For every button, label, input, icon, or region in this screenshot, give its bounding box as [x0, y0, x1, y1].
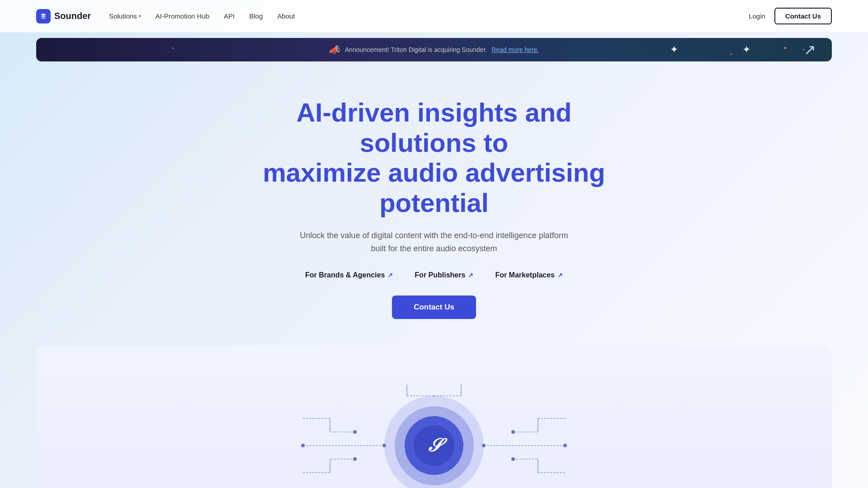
hero-link-brands[interactable]: For Brands & Agencies ↗ [305, 271, 393, 279]
sounder-s-letter: 𝒮 [428, 435, 440, 456]
logo-text: Sounder [54, 11, 91, 21]
banner-emoji: 📣 [329, 44, 340, 55]
navbar-left: Sounder Solutions ▾ AI-Promotion Hub API… [36, 9, 295, 23]
banner-dot-blue-1: ● [172, 46, 174, 50]
nav-item-blog[interactable]: Blog [249, 12, 263, 20]
svg-point-10 [353, 457, 357, 461]
nav-item-ai-promotion[interactable]: AI-Promotion Hub [156, 12, 209, 20]
banner-diamond-2: ✦ [742, 44, 750, 56]
banner-dot-red: ● [730, 52, 732, 56]
nav-item-api[interactable]: API [224, 12, 235, 20]
hero-link-marketplaces[interactable]: For Marketplaces ↗ [495, 271, 563, 279]
logo-mid-circle: 𝒮 [395, 406, 474, 485]
nav-links: Solutions ▾ AI-Promotion Hub API Blog Ab… [109, 12, 295, 20]
hero-section: AI-driven insights and solutions to maxi… [231, 61, 637, 337]
diagram-container: 𝒮 [276, 373, 592, 488]
hero-subtitle: Unlock the value of digital content with… [249, 229, 619, 255]
navbar: Sounder Solutions ▾ AI-Promotion Hub API… [0, 0, 868, 33]
svg-point-5 [301, 444, 305, 447]
banner-dot-yellow: ● [784, 45, 787, 50]
svg-point-14 [511, 430, 515, 434]
logo-center-icon: 𝒮 [414, 425, 454, 466]
diagram-section: 𝒮 [36, 346, 832, 488]
logo-link[interactable]: Sounder [36, 9, 91, 23]
logo-inner-circle: 𝒮 [405, 416, 463, 475]
hero-title: AI-driven insights and solutions to maxi… [249, 98, 619, 218]
login-button[interactable]: Login [749, 12, 765, 20]
svg-point-3 [353, 430, 357, 434]
banner-read-more-link[interactable]: Read more here. [491, 46, 539, 53]
hero-link-publishers[interactable]: For Publishers ↗ [415, 271, 473, 279]
hero-links: For Brands & Agencies ↗ For Publishers ↗… [249, 271, 619, 279]
dropdown-arrow-solutions: ▾ [139, 14, 141, 19]
contact-us-hero-button[interactable]: Contact Us [392, 296, 476, 319]
contact-us-nav-button[interactable]: Contact Us [774, 8, 832, 24]
navbar-right: Login Contact Us [749, 8, 832, 24]
logo-icon [36, 9, 51, 23]
svg-point-16 [563, 444, 567, 447]
banner-diamond-1: ✦ [670, 44, 678, 56]
svg-point-21 [511, 457, 515, 461]
logo-outer-circle: 𝒮 [384, 396, 484, 488]
publishers-arrow-icon: ↗ [468, 272, 473, 279]
banner-cursor: ↗ [804, 41, 816, 58]
brands-arrow-icon: ↗ [387, 272, 393, 279]
marketplaces-arrow-icon: ↗ [557, 272, 563, 279]
nav-item-about[interactable]: About [277, 12, 295, 20]
banner-text: Announcement! Triton Digital is acquirin… [345, 46, 487, 53]
nav-item-solutions[interactable]: Solutions ▾ [109, 12, 141, 20]
announcement-banner: 📣 Announcement! Triton Digital is acquir… [36, 38, 832, 61]
